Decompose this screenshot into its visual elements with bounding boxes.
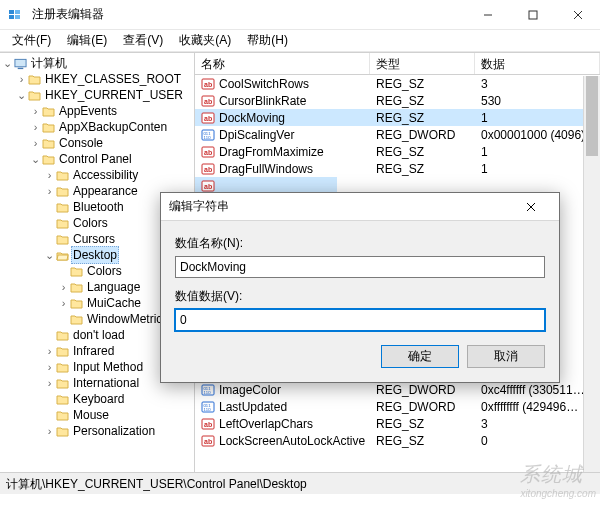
menu-edit[interactable]: 编辑(E)	[61, 30, 113, 51]
tree-node-hkcr[interactable]: ›HKEY_CLASSES_ROOT	[0, 71, 194, 87]
cell-type: REG_SZ	[370, 145, 475, 159]
cell-name: abDockMoving	[195, 111, 370, 125]
tree-node-accessibility[interactable]: ›Accessibility	[0, 167, 194, 183]
menu-view[interactable]: 查看(V)	[117, 30, 169, 51]
cell-type: REG_SZ	[370, 434, 475, 448]
list-header: 名称 类型 数据	[195, 53, 600, 75]
cell-type: REG_DWORD	[370, 383, 475, 397]
tree-node-computer[interactable]: ⌄ 计算机	[0, 55, 194, 71]
statusbar: 计算机\HKEY_CURRENT_USER\Control Panel\Desk…	[0, 472, 600, 494]
tree-label: 计算机	[29, 55, 69, 71]
expand-icon[interactable]: ⌄	[44, 247, 55, 263]
tree-node-controlpanel[interactable]: ⌄Control Panel	[0, 151, 194, 167]
list-row[interactable]: abLeftOverlapCharsREG_SZ3	[195, 415, 600, 432]
list-row[interactable]: 011110DpiScalingVerREG_DWORD0x00001000 (…	[195, 126, 600, 143]
tree-label: Accessibility	[71, 167, 140, 183]
cell-type: REG_DWORD	[370, 128, 475, 142]
col-header-name[interactable]: 名称	[195, 53, 370, 74]
cell-data: 1	[475, 162, 600, 176]
window-controls	[465, 0, 600, 29]
col-header-type[interactable]: 类型	[370, 53, 475, 74]
value-name-text: CursorBlinkRate	[219, 94, 306, 108]
svg-rect-9	[18, 67, 24, 68]
expand-icon[interactable]: ›	[44, 359, 55, 375]
cancel-button[interactable]: 取消	[467, 345, 545, 368]
expand-icon[interactable]: ›	[30, 135, 41, 151]
list-row[interactable]: 011110LastUpdatedREG_DWORD0xffffffff (42…	[195, 398, 600, 415]
cell-data: 0	[475, 434, 600, 448]
svg-rect-1	[9, 15, 14, 19]
menu-file[interactable]: 文件(F)	[6, 30, 57, 51]
list-row[interactable]: abDockMovingREG_SZ1	[195, 109, 600, 126]
dialog-titlebar[interactable]: 编辑字符串	[161, 193, 559, 221]
tree-node-keyboard[interactable]: Keyboard	[0, 391, 194, 407]
expand-icon[interactable]: ›	[30, 119, 41, 135]
value-name-text: ImageColor	[219, 383, 281, 397]
folder-icon	[42, 121, 55, 134]
value-sz-icon: ab	[201, 111, 215, 125]
tree-node-appxbackup[interactable]: ›AppXBackupConten	[0, 119, 194, 135]
folder-icon	[42, 105, 55, 118]
close-button[interactable]	[555, 0, 600, 29]
expand-icon[interactable]: ›	[58, 295, 69, 311]
list-row[interactable]: abCursorBlinkRateREG_SZ530	[195, 92, 600, 109]
tree-label: HKEY_CURRENT_USER	[43, 87, 185, 103]
list-row[interactable]: abDragFromMaximizeREG_SZ1	[195, 143, 600, 160]
expand-icon[interactable]: ›	[44, 375, 55, 391]
tree-label: International	[71, 375, 141, 391]
folder-icon	[28, 73, 41, 86]
expand-icon[interactable]: ›	[44, 167, 55, 183]
list-row[interactable]: abLockScreenAutoLockActiveREG_SZ0	[195, 432, 600, 449]
tree-node-mouse[interactable]: Mouse	[0, 407, 194, 423]
vertical-scrollbar[interactable]	[583, 76, 600, 472]
expand-icon[interactable]: ›	[30, 103, 41, 119]
cell-data: 530	[475, 94, 600, 108]
tree-node-hkcu[interactable]: ⌄HKEY_CURRENT_USER	[0, 87, 194, 103]
value-sz-icon: ab	[201, 417, 215, 431]
folder-icon	[28, 89, 41, 102]
dialog-title: 编辑字符串	[169, 198, 511, 215]
menu-favorites[interactable]: 收藏夹(A)	[173, 30, 237, 51]
expand-icon[interactable]: ⌄	[30, 151, 41, 167]
expand-icon[interactable]: ⌄	[2, 55, 13, 71]
cell-name: abDragFullWindows	[195, 162, 370, 176]
tree-label: Language	[85, 279, 142, 295]
cell-data: 3	[475, 417, 600, 431]
input-value-data[interactable]	[175, 309, 545, 331]
tree-label: AppXBackupConten	[57, 119, 169, 135]
expand-icon[interactable]: ⌄	[16, 87, 27, 103]
folder-open-icon	[56, 249, 69, 262]
list-row[interactable]: abDragFullWindowsREG_SZ1	[195, 160, 600, 177]
folder-icon	[70, 265, 83, 278]
input-value-name[interactable]	[175, 256, 545, 278]
folder-icon	[56, 425, 69, 438]
tree-node-appevents[interactable]: ›AppEvents	[0, 103, 194, 119]
list-row[interactable]: 011110ImageColorREG_DWORD0xc4ffffff (330…	[195, 381, 600, 398]
minimize-button[interactable]	[465, 0, 510, 29]
folder-icon	[56, 185, 69, 198]
cell-data: 3	[475, 77, 600, 91]
tree-node-personalization[interactable]: ›Personalization	[0, 423, 194, 439]
tree-label: Colors	[71, 215, 110, 231]
tree-node-console[interactable]: ›Console	[0, 135, 194, 151]
cell-name: 011110LastUpdated	[195, 400, 370, 414]
expand-icon[interactable]: ›	[44, 183, 55, 199]
maximize-button[interactable]	[510, 0, 555, 29]
dialog-close-button[interactable]	[511, 193, 551, 220]
expand-icon[interactable]: ›	[58, 279, 69, 295]
col-header-data[interactable]: 数据	[475, 53, 600, 74]
value-name-text: DpiScalingVer	[219, 128, 294, 142]
folder-icon	[42, 153, 55, 166]
expand-icon[interactable]: ›	[16, 71, 27, 87]
menu-help[interactable]: 帮助(H)	[241, 30, 294, 51]
cell-data: 0xffffffff (429496…	[475, 400, 600, 414]
ok-button[interactable]: 确定	[381, 345, 459, 368]
expand-icon[interactable]: ›	[44, 343, 55, 359]
cell-name: abLockScreenAutoLockActive	[195, 434, 370, 448]
svg-text:ab: ab	[204, 81, 212, 88]
list-row[interactable]: abCoolSwitchRowsREG_SZ3	[195, 75, 600, 92]
cell-type: REG_SZ	[370, 94, 475, 108]
expand-icon[interactable]: ›	[44, 423, 55, 439]
scrollbar-thumb[interactable]	[586, 76, 598, 156]
svg-text:110: 110	[204, 135, 212, 140]
